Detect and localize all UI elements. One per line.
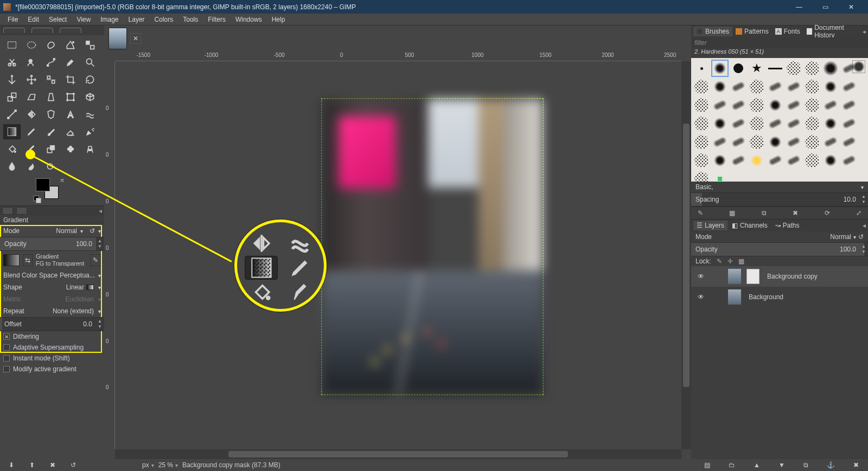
panel-config-icon[interactable]: ◂ <box>863 222 866 229</box>
tool-perspective[interactable] <box>42 89 60 105</box>
ruler-horizontal[interactable]: -1500 -1000 -500 0 500 1000 1500 2000 25… <box>115 51 681 61</box>
brush-item[interactable] <box>785 115 802 132</box>
scrollbar-vertical[interactable] <box>681 61 691 449</box>
menu-windows[interactable]: Windows <box>231 15 266 24</box>
tool-pencil[interactable] <box>23 124 40 139</box>
dithering-check[interactable]: ✕Dithering <box>0 331 104 342</box>
layer-group-icon[interactable]: 🗀 <box>729 461 735 469</box>
tool-shear[interactable] <box>23 89 40 105</box>
menu-layer[interactable]: Layer <box>124 15 149 24</box>
blend-space-row[interactable]: Blend Color SpacePerceptua... ▾ <box>0 269 104 281</box>
offset-slider[interactable]: Offset 0.0 ▲▼ <box>0 317 104 331</box>
brush-item[interactable] <box>711 115 729 132</box>
brush-item[interactable] <box>785 96 802 114</box>
chevron-down-icon[interactable]: ▾ <box>98 273 101 279</box>
layer-item[interactable]: 👁 Background copy <box>691 266 868 287</box>
shape-row[interactable]: Shape Linear ▾ <box>0 281 104 293</box>
tab-fonts[interactable]: AFonts <box>772 27 803 36</box>
device-status-tab-icon[interactable] <box>16 207 27 215</box>
save-tool-options-icon[interactable]: ⬇ <box>9 461 14 469</box>
tool-gradient[interactable] <box>3 124 21 139</box>
brush-item[interactable] <box>840 96 858 114</box>
tab-brushes[interactable]: Brushes <box>693 27 732 36</box>
menu-colors[interactable]: Colors <box>150 15 178 24</box>
spin-down-icon[interactable]: ▼ <box>860 199 867 205</box>
layer-new-icon[interactable]: ▤ <box>704 461 710 469</box>
brush-item[interactable] <box>730 133 747 151</box>
menu-help[interactable]: Help <box>267 15 290 24</box>
color-swatches[interactable]: ⤭ <box>34 177 66 205</box>
window-minimize-button[interactable]: — <box>791 3 807 11</box>
brush-item[interactable] <box>711 96 729 114</box>
spin-down-icon[interactable]: ▼ <box>97 324 103 330</box>
brush-item[interactable] <box>803 133 821 151</box>
foreground-color-swatch[interactable] <box>36 178 50 191</box>
brush-item[interactable] <box>748 96 765 114</box>
lock-pixels-icon[interactable]: ✎ <box>717 257 722 265</box>
brush-item[interactable] <box>767 78 784 95</box>
brush-item[interactable] <box>840 133 858 151</box>
canvas[interactable] <box>115 61 681 449</box>
brush-item[interactable] <box>730 115 747 132</box>
chevron-down-icon[interactable]: ▾ <box>98 228 101 234</box>
tool-paths[interactable] <box>42 55 60 70</box>
layer-item[interactable]: 👁 Background <box>691 287 868 307</box>
toolbox-handle[interactable] <box>0 25 104 35</box>
spin-down-icon[interactable]: ▼ <box>97 244 103 249</box>
chevron-down-icon[interactable]: ▾ <box>853 234 856 240</box>
layer-anchor-icon[interactable]: ⚓ <box>827 461 835 469</box>
chevron-down-icon[interactable]: ▾ <box>98 285 101 291</box>
image-tab-close[interactable]: ✕ <box>130 33 141 44</box>
gradient-edit-button[interactable]: ✎ <box>90 254 101 266</box>
tab-layers[interactable]: ☰Layers <box>693 221 727 230</box>
spacing-slider[interactable]: Spacing 10.0 ▲▼ <box>691 192 868 207</box>
brush-filter-input[interactable]: filter <box>691 37 868 48</box>
opacity-slider[interactable]: Opacity 100.0 ▲▼ <box>0 237 104 251</box>
brush-item[interactable] <box>693 115 710 132</box>
brush-edit-icon[interactable]: ✎ <box>698 209 703 217</box>
spin-up-icon[interactable]: ▲ <box>97 319 103 324</box>
brush-item[interactable] <box>840 78 858 95</box>
ruler-vertical[interactable]: 0 0 0 0 0 0 0 <box>104 61 115 449</box>
brush-refresh-icon[interactable]: ⟳ <box>825 209 830 217</box>
layer-name[interactable]: Background copy <box>765 273 864 280</box>
menu-file[interactable]: File <box>3 15 22 24</box>
brush-item[interactable] <box>767 60 784 77</box>
brush-item[interactable] <box>748 133 765 151</box>
tab-patterns[interactable]: Patterns <box>732 27 772 36</box>
layer-duplicate-icon[interactable]: ⧉ <box>803 461 808 469</box>
scrollbar-horizontal[interactable] <box>115 449 681 459</box>
tool-smudge[interactable] <box>23 159 40 174</box>
tool-clone[interactable] <box>42 141 60 157</box>
brush-item[interactable]: ★ <box>748 60 765 77</box>
brush-item[interactable] <box>785 152 802 169</box>
tool-foreground-select[interactable] <box>23 55 40 70</box>
reset-tool-options-icon[interactable]: ↺ <box>71 461 76 469</box>
tool-zoom[interactable] <box>81 55 99 70</box>
tool-blur[interactable] <box>3 159 21 174</box>
brush-open-icon[interactable]: ⤢ <box>856 209 861 217</box>
brush-item[interactable] <box>840 115 858 132</box>
delete-tool-options-icon[interactable]: ✖ <box>50 461 55 469</box>
instant-check[interactable]: Instant mode (Shift) <box>0 353 104 364</box>
visibility-toggle-icon[interactable]: 👁 <box>695 293 706 301</box>
tool-align[interactable] <box>42 72 60 87</box>
layer-down-icon[interactable]: ▼ <box>778 461 785 469</box>
layer-mask-thumb[interactable] <box>746 269 760 284</box>
chevron-down-icon[interactable]: ▾ <box>80 228 83 234</box>
brush-item[interactable] <box>693 133 710 151</box>
tool-color-picker[interactable] <box>62 55 79 70</box>
brush-preset-row[interactable]: Basic, ▾ <box>691 182 868 192</box>
brush-item[interactable] <box>693 96 710 114</box>
menu-select[interactable]: Select <box>44 15 71 24</box>
brush-item[interactable] <box>840 152 858 169</box>
brush-item[interactable] <box>767 115 784 132</box>
brush-item[interactable] <box>822 133 839 151</box>
brush-item[interactable] <box>693 60 710 77</box>
brush-item[interactable] <box>748 115 765 132</box>
tool-crop[interactable] <box>62 72 79 87</box>
unit-selector[interactable]: px▾ <box>142 461 154 469</box>
mode-row[interactable]: Mode Normal ▾ ↺ ▾ <box>0 225 104 237</box>
brush-item[interactable] <box>711 60 729 77</box>
brush-item[interactable] <box>803 115 821 132</box>
